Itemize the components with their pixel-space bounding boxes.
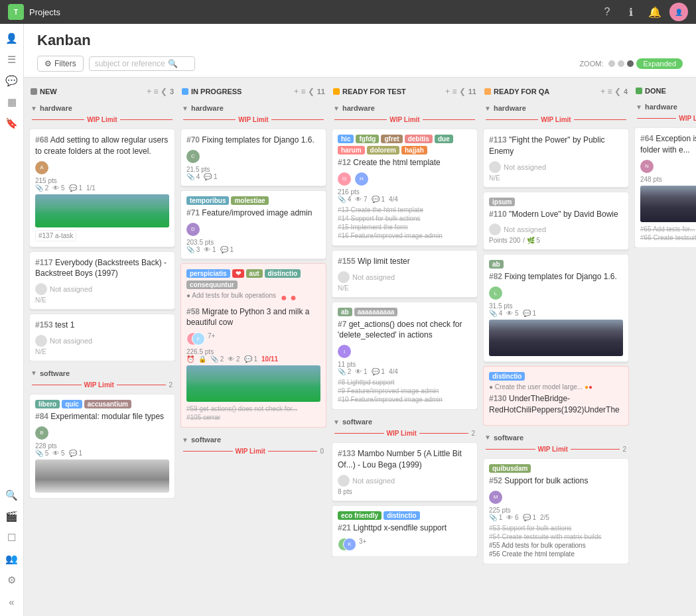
group-done-hardware: ▼ hardware WIP Limit #64 Exception is...… xyxy=(634,100,696,248)
search-icon: 🔍 xyxy=(168,59,178,68)
sidebar-item-settings[interactable]: ⚙ xyxy=(3,571,21,589)
card-52[interactable]: quibusdam #52 Support for bulk actions M… xyxy=(483,458,629,564)
card-71[interactable]: temporibus molestiae #71 Feature/improve… xyxy=(180,190,326,259)
col-inprogress-actions[interactable]: + ≡ ❮ xyxy=(294,87,314,96)
project-breadcrumb[interactable]: Projects xyxy=(29,7,60,17)
card-12[interactable]: hic fgfdg gfret debitis due harum dolore… xyxy=(332,129,478,246)
group-sw-rfqa-header[interactable]: ▼ software xyxy=(483,431,629,444)
zoom-dot-2[interactable] xyxy=(618,60,624,67)
group-software-header[interactable]: ▼ software xyxy=(29,367,175,380)
group-rft-hardware: ▼ hardware WIP Limit hic fgfdg xyxy=(332,101,478,410)
sidebar-item-kanban[interactable]: ▦ xyxy=(3,93,21,111)
page-header: Kanban ⚙ Filters subject or reference 🔍 … xyxy=(24,24,696,78)
user-avatar[interactable]: 👤 xyxy=(669,3,688,21)
card-64[interactable]: #64 Exception is... add a folder with e.… xyxy=(634,127,696,248)
column-in-progress: IN PROGRESS + ≡ ❮ 11 ▼ hardware WIP Limi… xyxy=(180,84,326,609)
card-113[interactable]: #113 "Fight the Power" by Public Enemy N… xyxy=(483,129,629,188)
filter-button[interactable]: ⚙ Filters xyxy=(37,56,84,72)
column-ready-for-qa: READY FOR QA + ≡ ❮ 4 ▼ hardware WIP Limi… xyxy=(483,84,629,609)
group-rfqa-hw-header[interactable]: ▼ hardware xyxy=(483,101,629,115)
card-117[interactable]: #117 Everybody (Backstreets Back) - Back… xyxy=(29,251,175,310)
group-rfqa-software: ▼ software WIP Limit 2 quibusdam xyxy=(483,431,629,564)
sidebar-item-video[interactable]: 🎬 xyxy=(3,507,21,526)
sidebar-item-search[interactable]: 🔍 xyxy=(3,486,21,505)
group-rfqa-hardware: ▼ hardware WIP Limit #113 "Fight the Pow… xyxy=(483,101,629,426)
group-hardware-header[interactable]: ▼ hardware xyxy=(29,101,175,115)
group-new-software: ▼ software WIP Limit 2 libero quíc xyxy=(29,367,175,499)
zoom-expanded-button[interactable]: Expanded xyxy=(636,58,683,69)
col-new-actions[interactable]: + ≡ ❮ xyxy=(147,87,167,96)
card-130[interactable]: distinctio ● Create the user model large… xyxy=(483,366,629,426)
group-inprogress-software: ▼ software WIP Limit 0 xyxy=(180,433,326,460)
group-rft-hw-header[interactable]: ▼ hardware xyxy=(332,101,478,115)
col-rfqa-actions[interactable]: + ≡ ❮ xyxy=(600,87,621,96)
column-ready-for-test: READY FOR TEST + ≡ ❮ 11 ▼ hardware WIP L… xyxy=(332,84,478,609)
zoom-label: ZOOM: xyxy=(579,60,603,68)
card-155[interactable]: #155 Wip limit tester Not assigned N/E xyxy=(332,250,478,298)
group-done-hw-header[interactable]: ▼ hardware xyxy=(634,100,696,113)
app-logo: T xyxy=(8,4,24,20)
col-done-title: DONE xyxy=(645,87,696,95)
sidebar-item-list[interactable]: ☰ xyxy=(3,50,21,69)
card-21[interactable]: eco friendly distinctio #21 Lighttpd x-s… xyxy=(332,505,478,557)
group-sw-rft-header[interactable]: ▼ software xyxy=(332,415,478,428)
col-new-title: NEW xyxy=(40,88,144,95)
card-7[interactable]: ab aaaaaaaaaa #7 get_actions() does not … xyxy=(332,302,478,410)
group-rft-software: ▼ software WIP Limit 2 #133 Mambo Number… xyxy=(332,415,478,556)
sidebar-item-profile[interactable]: 👤 xyxy=(3,29,21,48)
column-done: DONE ▼ hardware WIP Limit #64 Exceptio xyxy=(634,84,696,609)
search-box[interactable]: subject or reference 🔍 xyxy=(89,56,195,71)
col-rfqa-title: READY FOR QA xyxy=(494,88,598,95)
col-rft-count: 11 xyxy=(468,88,476,95)
col-inprogress-count: 11 xyxy=(317,88,325,95)
sidebar-item-tasks[interactable]: ☐ xyxy=(3,528,21,547)
col-inprogress-title: IN PROGRESS xyxy=(191,88,291,95)
sidebar-item-users[interactable]: 👥 xyxy=(3,550,21,568)
page-title: Kanban xyxy=(37,32,683,49)
group-sw-inprogress-header[interactable]: ▼ software xyxy=(180,433,326,446)
card-133[interactable]: #133 Mambo Number 5 (A Little Bit Of...)… xyxy=(332,442,478,501)
card-110[interactable]: ipsum #110 "Modern Love" by David Bowie … xyxy=(483,192,629,251)
group-inprogress-hw-header[interactable]: ▼ hardware xyxy=(180,101,326,115)
zoom-dot-3[interactable] xyxy=(627,60,634,67)
column-new: NEW + ≡ ❮ 3 ▼ hardware WIP Limit xyxy=(29,84,175,609)
zoom-dot-1[interactable] xyxy=(608,60,615,67)
sidebar-item-collapse[interactable]: « xyxy=(3,592,21,611)
top-nav: T Projects ? ℹ 🔔 👤 xyxy=(0,0,696,24)
search-placeholder: subject or reference xyxy=(95,59,165,68)
card-82[interactable]: ab #82 Fixing templates for Django 1.6. … xyxy=(483,254,629,362)
card-84[interactable]: libero quíc accusantium #84 Experimental… xyxy=(29,394,175,499)
col-rft-title: READY FOR TEST xyxy=(342,88,443,95)
bell-icon[interactable]: 🔔 xyxy=(646,3,664,21)
card-58[interactable]: perspiciatis ❤ aut distinctio consequunt… xyxy=(180,263,326,428)
card-68[interactable]: #68 Add setting to allow regular users t… xyxy=(29,129,175,247)
col-rfqa-count: 4 xyxy=(624,88,628,95)
group-inprogress-hardware: ▼ hardware WIP Limit #70 Fixing template… xyxy=(180,101,326,428)
group-new-hardware: ▼ hardware WIP Limit #68 Add setting to … xyxy=(29,101,175,361)
col-new-count: 3 xyxy=(170,88,174,95)
card-153[interactable]: #153 test 1 Not assigned N/E xyxy=(29,314,175,361)
sidebar-item-bookmark[interactable]: 🔖 xyxy=(3,114,21,133)
left-sidebar: 👤 ☰ 💬 ▦ 🔖 🔍 🎬 ☐ 👥 ⚙ « xyxy=(0,24,24,616)
sidebar-item-chat[interactable]: 💬 xyxy=(3,72,21,90)
filter-icon: ⚙ xyxy=(44,59,52,68)
kanban-board: NEW + ≡ ❮ 3 ▼ hardware WIP Limit xyxy=(24,78,696,616)
col-rft-actions[interactable]: + ≡ ❮ xyxy=(445,87,466,96)
help-icon[interactable]: ? xyxy=(598,3,616,21)
card-70[interactable]: #70 Fixing templates for Django 1.6. C 2… xyxy=(180,129,326,186)
info-icon[interactable]: ℹ xyxy=(622,3,640,21)
